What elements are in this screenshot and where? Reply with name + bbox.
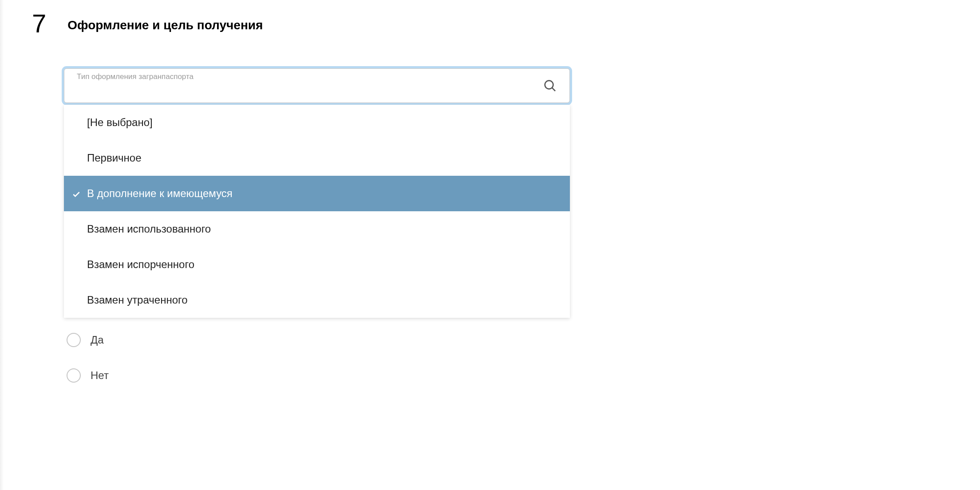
radio-no[interactable]: Нет [67, 368, 109, 383]
passport-type-select[interactable]: Тип оформления загранпаспорта [64, 68, 570, 103]
radio-group: Да Нет [67, 333, 109, 404]
svg-line-1 [552, 88, 555, 91]
check-icon [72, 189, 81, 198]
radio-label: Да [91, 334, 104, 346]
radio-yes[interactable]: Да [67, 333, 109, 347]
step-title: Оформление и цель получения [67, 18, 263, 33]
search-icon[interactable] [543, 79, 557, 93]
dropdown-option-label: Первичное [87, 152, 142, 164]
form-section: 7 Оформление и цель получения Тип оформл… [0, 0, 980, 103]
radio-label: Нет [91, 369, 109, 382]
dropdown-option-label: Взамен использованного [87, 223, 211, 235]
dropdown-option-label: Взамен испорченного [87, 258, 194, 271]
passport-type-input[interactable] [75, 84, 532, 95]
dropdown-option-label: Взамен утраченного [87, 294, 188, 306]
dropdown-option-damaged[interactable]: Взамен испорченного [64, 247, 570, 282]
radio-circle [67, 368, 81, 383]
dropdown-option-none[interactable]: [Не выбрано] [64, 105, 570, 140]
dropdown-option-label: В дополнение к имеющемуся [87, 187, 233, 200]
svg-point-0 [545, 81, 553, 89]
passport-type-dropdown: [Не выбрано] Первичное В дополнение к им… [64, 105, 570, 318]
dropdown-option-label: [Не выбрано] [87, 116, 153, 129]
form-area: Тип оформления загранпаспорта [Не выбран… [0, 68, 980, 103]
dropdown-option-additional[interactable]: В дополнение к имеющемуся [64, 176, 570, 211]
select-floating-label: Тип оформления загранпаспорта [77, 72, 194, 81]
step-number: 7 [32, 11, 46, 36]
dropdown-option-used[interactable]: Взамен использованного [64, 211, 570, 247]
section-header: 7 Оформление и цель получения [0, 11, 980, 36]
dropdown-option-primary[interactable]: Первичное [64, 140, 570, 176]
dropdown-option-lost[interactable]: Взамен утраченного [64, 282, 570, 318]
radio-circle [67, 333, 81, 347]
